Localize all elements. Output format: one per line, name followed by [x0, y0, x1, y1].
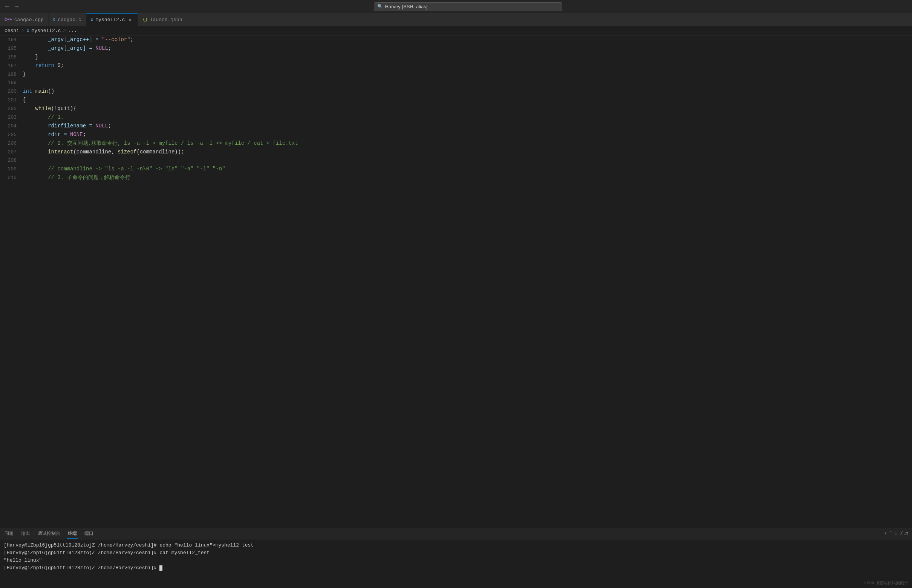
code-line-197: 197 return 0;: [0, 61, 912, 70]
line-content: rdir = NONE;: [23, 131, 912, 139]
terminal-content[interactable]: [Harvey@iZbp16jgp51ttl9i28ztojZ /home/Ha…: [0, 540, 912, 588]
code-line-194: 194 _argv[_argc++] = "--color";: [0, 36, 912, 44]
c-icon: C: [53, 17, 56, 22]
terminal-line-4: [Harvey@iZbp16jgp51ttl9i28ztojZ /home/Ha…: [4, 564, 908, 572]
tab-label: caogao.c: [58, 17, 81, 23]
breadcrumb-myshell2[interactable]: myshell2.c: [31, 28, 61, 34]
tab-launch-json[interactable]: {} launch.json: [138, 13, 187, 26]
terminal-cursor: [160, 565, 162, 571]
line-content: }: [23, 70, 912, 78]
code-line-207: 207 interact(commandline, sizeof(command…: [0, 148, 912, 157]
line-number: 195: [0, 44, 23, 53]
search-bar[interactable]: 🔍: [374, 2, 562, 11]
line-number: 205: [0, 131, 23, 139]
cpp-icon: C++: [5, 17, 12, 22]
code-line-201: 201 {: [0, 96, 912, 104]
tabs-bar: C++ caogao.cpp C caogao.c C myshell2.c ✕…: [0, 13, 912, 26]
search-icon: 🔍: [377, 4, 383, 10]
terminal-line-2: [Harvey@iZbp16jgp51ttl9i28ztojZ /home/Ha…: [4, 549, 908, 557]
nav-arrows: ← →: [4, 3, 20, 11]
code-line-199: 199: [0, 79, 912, 87]
forward-button[interactable]: →: [14, 3, 20, 11]
tab-label: launch.json: [150, 17, 182, 23]
line-number: 194: [0, 36, 23, 44]
line-content: // commandline -> "ls -a -l -n\0" -> "ls…: [23, 165, 912, 173]
tab-caogao-c[interactable]: C caogao.c: [48, 13, 86, 26]
back-button[interactable]: ←: [4, 3, 11, 11]
line-number: 200: [0, 87, 23, 96]
line-content: _argv[_argc++] = "--color";: [23, 36, 912, 44]
breadcrumb: ceshi > C myshell2.c > ...: [0, 26, 912, 36]
line-number: 198: [0, 71, 23, 79]
tab-myshell2-c[interactable]: C myshell2.c ✕: [86, 13, 138, 26]
line-number: 196: [0, 53, 23, 61]
panel-tab-debug[interactable]: 调试控制台: [37, 529, 61, 539]
breadcrumb-separator2: >: [63, 28, 66, 34]
panel-tab-ports[interactable]: 端口: [84, 529, 94, 539]
panel-tabs: 问题 输出 调试控制台 终端 端口 + ˅ ☐ /.m: [0, 528, 912, 540]
code-line-196: 196 }: [0, 53, 912, 61]
line-content: }: [23, 53, 912, 61]
panel-actions: + ˅ ☐ /.m: [884, 531, 908, 536]
code-line-200: 200 int main(): [0, 87, 912, 96]
line-number: 202: [0, 105, 23, 113]
code-line-208: 208: [0, 157, 912, 165]
c-icon: C: [91, 18, 94, 22]
panel-tab-output[interactable]: 输出: [20, 529, 31, 539]
line-content: interact(commandline, sizeof(commandline…: [23, 148, 912, 156]
line-number: 209: [0, 165, 23, 173]
line-number: 203: [0, 113, 23, 122]
breadcrumb-ceshi[interactable]: ceshi: [5, 28, 19, 34]
line-number: 210: [0, 174, 23, 182]
line-content: // 3. 子命令的问题，解析命令行: [23, 173, 912, 182]
tab-label: caogao.cpp: [15, 17, 44, 23]
search-input[interactable]: [385, 4, 559, 10]
line-number: 207: [0, 148, 23, 157]
code-line-203: 203 // 1.: [0, 113, 912, 122]
panel-add-button[interactable]: + ˅: [884, 531, 892, 536]
tab-label: myshell2.c: [95, 17, 125, 23]
editor-area: 194 _argv[_argc++] = "--color"; 195 _arg…: [0, 36, 912, 528]
line-content: _argv[_argc] = NULL;: [23, 44, 912, 52]
line-content: // 2. 交互问题,获取命令行, ls -a -l > myfile / ls…: [23, 139, 912, 147]
code-line-206: 206 // 2. 交互问题,获取命令行, ls -a -l > myfile …: [0, 139, 912, 148]
panel-tab-issues[interactable]: 问题: [4, 529, 15, 539]
tab-caogao-cpp[interactable]: C++ caogao.cpp: [0, 13, 48, 26]
bottom-panel: 问题 输出 调试控制台 终端 端口 + ˅ ☐ /.m [Harvey@iZbp…: [0, 528, 912, 588]
line-content: {: [23, 96, 912, 104]
code-line-210: 210 // 3. 子命令的问题，解析命令行: [0, 173, 912, 182]
line-content: return 0;: [23, 61, 912, 70]
line-number: 206: [0, 139, 23, 148]
code-line-195: 195 _argv[_argc] = NULL;: [0, 44, 912, 53]
breadcrumb-dots[interactable]: ...: [68, 28, 77, 34]
code-line-209: 209 // commandline -> "ls -a -l -n\0" ->…: [0, 165, 912, 173]
code-line-202: 202 while(!quit){: [0, 104, 912, 113]
line-number: 204: [0, 122, 23, 131]
line-number: 199: [0, 79, 23, 87]
line-number: 208: [0, 157, 23, 165]
line-number: 201: [0, 96, 23, 104]
line-content: int main(): [23, 87, 912, 95]
code-container[interactable]: 194 _argv[_argc++] = "--color"; 195 _arg…: [0, 36, 912, 528]
panel-split-button[interactable]: ☐ /.m: [895, 531, 908, 536]
titlebar: ← → 🔍: [0, 0, 912, 13]
tab-close-button[interactable]: ✕: [127, 17, 133, 23]
watermark: CSDN @爱写代码的刻子: [864, 580, 908, 586]
breadcrumb-c-icon: C: [27, 29, 29, 33]
line-content: rdirfilename = NULL;: [23, 122, 912, 130]
code-line-198: 198 }: [0, 70, 912, 79]
json-icon: {}: [142, 17, 147, 22]
terminal-line-3: "hello linux": [4, 557, 908, 564]
panel-tab-terminal[interactable]: 终端: [67, 529, 77, 539]
breadcrumb-separator: >: [21, 28, 24, 34]
line-number: 197: [0, 62, 23, 70]
code-line-204: 204 rdirfilename = NULL;: [0, 122, 912, 131]
line-content: while(!quit){: [23, 104, 912, 113]
code-line-205: 205 rdir = NONE;: [0, 131, 912, 139]
line-content: // 1.: [23, 113, 912, 121]
terminal-line-1: [Harvey@iZbp16jgp51ttl9i28ztojZ /home/Ha…: [4, 542, 908, 549]
